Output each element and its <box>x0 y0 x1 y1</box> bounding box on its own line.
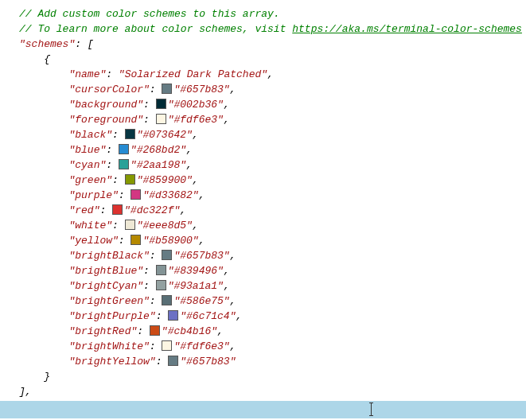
comma: , <box>186 144 193 156</box>
entry-key: "blue" <box>68 144 106 156</box>
colon: : <box>150 84 162 95</box>
entry-key: "purple" <box>68 189 118 201</box>
entry-key: "red" <box>68 204 99 216</box>
scheme-entry: "white": "#eee8d5", <box>19 218 507 233</box>
entry-value: "#eee8d5" <box>137 220 193 231</box>
entry-key: "black" <box>68 129 112 141</box>
entry-key: "brightYellow" <box>68 356 155 368</box>
entry-key: "brightBlue" <box>68 265 143 277</box>
scheme-entry: "brightCyan": "#93a1a1", <box>19 278 507 294</box>
scheme-entry: "cyan": "#2aa198", <box>19 158 507 173</box>
array-close: ], <box>19 384 507 399</box>
color-swatch-icon <box>150 325 160 336</box>
scheme-entry: "yellow": "#b58900", <box>19 233 507 248</box>
selected-line[interactable] <box>0 401 526 418</box>
scheme-entry: "brightGreen": "#586e75", <box>19 294 507 309</box>
color-swatch-icon <box>131 189 141 200</box>
color-swatch-icon <box>156 114 166 124</box>
entry-key: "brightBlack" <box>68 250 149 262</box>
colon-bracket: : [ <box>75 38 93 50</box>
comma: , <box>180 204 186 216</box>
schemes-doc-link[interactable]: https://aka.ms/terminal-color-schemes <box>292 23 522 35</box>
scheme-entry: "foreground": "#fdf6e3", <box>19 112 507 127</box>
entry-value: "#657b83" <box>173 250 229 262</box>
text-cursor <box>371 402 372 416</box>
scheme-entry: "background": "#002b36", <box>19 97 507 112</box>
entry-value: "#fdf6e3" <box>168 114 224 126</box>
scheme-entry: "blue": "#268bd2", <box>19 142 507 158</box>
scheme-entry: "brightRed": "#cb4b16", <box>19 324 507 339</box>
color-swatch-icon <box>168 310 178 321</box>
entry-value: "#93a1a1" <box>168 280 224 292</box>
color-swatch-icon <box>162 340 172 351</box>
entry-value: "#657b83" <box>173 84 229 95</box>
color-swatch-icon <box>156 280 166 290</box>
entry-key: "yellow" <box>68 235 118 247</box>
entry-key: "brightCyan" <box>68 280 143 292</box>
color-swatch-icon <box>168 356 178 366</box>
colon: : <box>150 250 162 262</box>
entry-value: "#002b36" <box>168 99 224 111</box>
colon: : <box>156 310 169 322</box>
color-swatch-icon <box>162 295 172 305</box>
entry-key: "cyan" <box>68 159 106 171</box>
comma: , <box>236 310 242 322</box>
comma: , <box>199 189 205 201</box>
comment-line-2: // To learn more about color schemes, vi… <box>19 21 507 37</box>
scheme-entry: "green": "#859900", <box>19 173 507 188</box>
object-close: } <box>19 369 507 384</box>
scheme-entry: "brightYellow": "#657b83" <box>19 354 507 369</box>
color-swatch-icon <box>156 99 166 109</box>
entry-value: "#fdf6e3" <box>173 340 229 352</box>
colon: : <box>150 340 162 352</box>
entry-value: "#839496" <box>168 265 224 277</box>
color-swatch-icon <box>119 159 129 169</box>
colon: : <box>150 295 162 307</box>
comma: , <box>199 235 205 247</box>
entry-key: "white" <box>68 220 112 231</box>
entry-value: "Solarized Dark Patched" <box>119 68 267 80</box>
entry-key: "brightPurple" <box>68 310 155 322</box>
color-swatch-icon <box>162 84 172 94</box>
colon: : <box>106 144 119 156</box>
color-swatch-icon <box>125 220 135 230</box>
entry-value: "#657b83" <box>180 356 236 368</box>
colon: : <box>112 220 125 231</box>
entry-key: "cursorColor" <box>68 84 149 95</box>
colon: : <box>137 325 150 337</box>
scheme-entry: "red": "#dc322f", <box>19 203 507 218</box>
comma: , <box>193 220 199 231</box>
scheme-entry: "brightBlue": "#839496", <box>19 263 507 278</box>
entry-key: "brightWhite" <box>68 340 149 352</box>
comma: , <box>224 265 230 277</box>
colon: : <box>143 114 156 126</box>
entry-value: "#2aa198" <box>131 159 186 171</box>
scheme-entry: "cursorColor": "#657b83", <box>19 82 507 97</box>
comma: , <box>267 68 274 80</box>
scheme-entry: "purple": "#d33682", <box>19 188 507 203</box>
scheme-entry: "brightBlack": "#657b83", <box>19 248 507 263</box>
entry-key: "foreground" <box>68 114 143 126</box>
color-swatch-icon <box>119 144 129 154</box>
comma: , <box>224 99 230 111</box>
comma: , <box>217 325 224 337</box>
entry-value: "#073642" <box>137 129 193 141</box>
scheme-entry: "name": "Solarized Dark Patched", <box>19 67 507 82</box>
comma: , <box>230 295 236 307</box>
colon: : <box>143 280 156 292</box>
comma: , <box>230 340 236 352</box>
entry-key: "green" <box>68 174 112 186</box>
scheme-entry: "brightWhite": "#fdf6e3", <box>19 339 507 354</box>
colon: : <box>143 265 156 277</box>
entry-value: "#b58900" <box>142 235 198 247</box>
schemes-open: "schemes": [ <box>19 37 507 52</box>
comment-prefix: // To learn more about color schemes, vi… <box>19 23 292 35</box>
entry-key: "name" <box>68 68 106 80</box>
entry-value: "#6c71c4" <box>180 310 236 322</box>
colon: : <box>112 174 125 186</box>
colon: : <box>106 159 119 171</box>
colon: : <box>119 189 131 201</box>
comment-line-1: // Add custom color schemes to this arra… <box>19 6 507 21</box>
object-open: { <box>19 52 507 67</box>
color-swatch-icon <box>125 129 135 139</box>
